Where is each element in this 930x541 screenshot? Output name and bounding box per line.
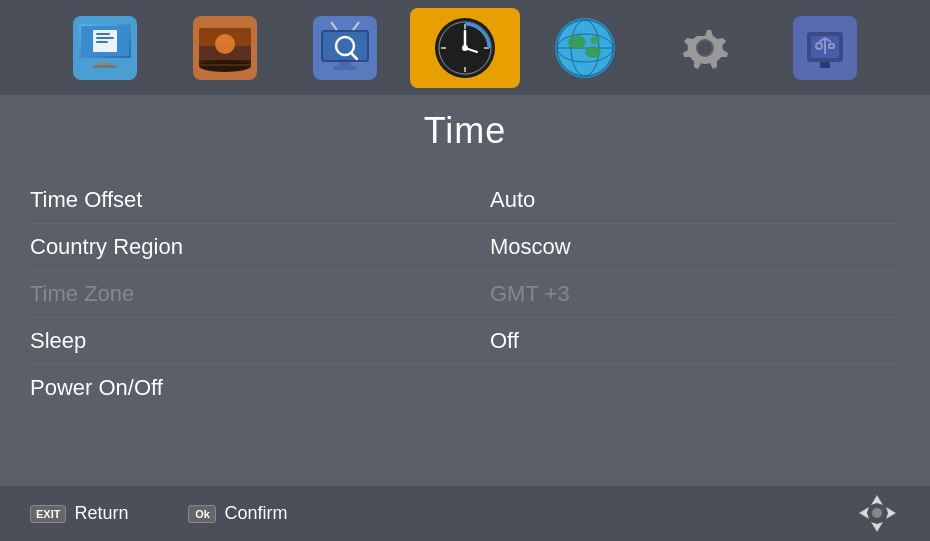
svg-rect-5 — [96, 33, 110, 35]
ok-action[interactable]: Ok Confirm — [188, 503, 287, 524]
settings-row-time-zone: Time Zone GMT +3 — [30, 271, 900, 318]
svg-rect-7 — [96, 41, 108, 43]
svg-rect-9 — [93, 65, 117, 68]
svg-point-14 — [215, 34, 235, 54]
settings-list: Time Offset Auto Country Region Moscow T… — [30, 177, 900, 411]
nav-item-network[interactable] — [530, 8, 640, 88]
nav-item-photo[interactable] — [170, 8, 280, 88]
directional-arrows-icon — [855, 491, 900, 536]
svg-rect-8 — [99, 62, 111, 65]
exit-badge: EXIT — [30, 505, 66, 523]
setting-label-country-region: Country Region — [30, 234, 490, 260]
page-title: Time — [30, 110, 900, 152]
setting-label-time-offset: Time Offset — [30, 187, 490, 213]
setting-label-time-zone: Time Zone — [30, 281, 490, 307]
page-content: Time Time Offset Auto Country Region Mos… — [0, 95, 930, 426]
svg-rect-22 — [339, 62, 351, 66]
bottom-bar: EXIT Return Ok Confirm — [0, 486, 930, 541]
svg-rect-16 — [199, 64, 251, 66]
exit-label: Return — [74, 503, 128, 524]
setting-value-time-zone: GMT +3 — [490, 281, 570, 307]
nav-item-settings[interactable] — [650, 8, 760, 88]
nav-item-usb[interactable] — [770, 8, 880, 88]
globe-icon — [553, 16, 617, 80]
svg-rect-23 — [333, 66, 357, 70]
svg-point-44 — [590, 36, 600, 44]
top-navigation — [0, 0, 930, 95]
nav-item-time[interactable] — [410, 8, 520, 88]
nav-arrows[interactable] — [855, 491, 900, 536]
setting-value-sleep: Off — [490, 328, 519, 354]
svg-point-43 — [585, 46, 601, 58]
search-tv-icon — [313, 16, 377, 80]
ok-label: Confirm — [224, 503, 287, 524]
svg-point-47 — [698, 41, 712, 55]
clock-icon — [433, 16, 497, 80]
ok-badge: Ok — [188, 505, 216, 523]
setting-value-country-region: Moscow — [490, 234, 571, 260]
usb-icon — [793, 16, 857, 80]
svg-rect-51 — [820, 62, 830, 68]
svg-point-61 — [872, 508, 882, 518]
setting-label-sleep: Sleep — [30, 328, 490, 354]
nav-item-desktop[interactable] — [50, 8, 160, 88]
settings-row-power[interactable]: Power On/Off — [30, 365, 900, 411]
setting-label-power: Power On/Off — [30, 375, 490, 401]
desktop-icon — [73, 16, 137, 80]
settings-row-sleep[interactable]: Sleep Off — [30, 318, 900, 365]
svg-point-42 — [568, 35, 586, 49]
nav-item-search-tv[interactable] — [290, 8, 400, 88]
exit-action[interactable]: EXIT Return — [30, 503, 128, 524]
settings-row-country-region[interactable]: Country Region Moscow — [30, 224, 900, 271]
photo-icon — [193, 16, 257, 80]
settings-icon — [673, 16, 737, 80]
settings-row-time-offset[interactable]: Time Offset Auto — [30, 177, 900, 224]
setting-value-time-offset: Auto — [490, 187, 535, 213]
svg-point-35 — [462, 45, 468, 51]
svg-rect-6 — [96, 37, 114, 39]
